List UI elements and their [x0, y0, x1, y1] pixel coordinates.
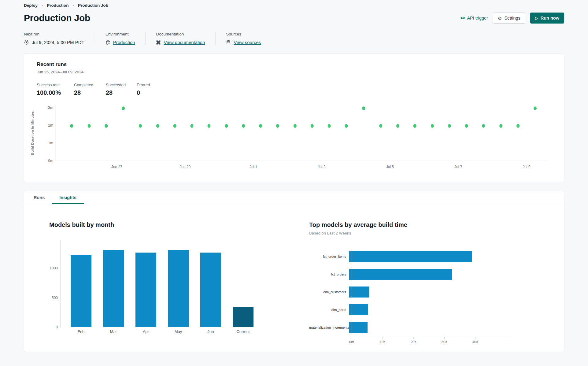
top-models-plot[interactable]: fct_order_itemsfct_ordersdim_customersdi…	[309, 248, 548, 346]
run-data-point[interactable]	[362, 106, 365, 110]
x-tick-mark	[475, 337, 475, 339]
hbar-y-axis-line	[352, 249, 352, 337]
view-documentation-link[interactable]: View documentation	[164, 40, 205, 45]
hbar-row: fct_order_items	[309, 248, 548, 265]
sources-database-icon	[226, 40, 231, 45]
run-data-point[interactable]	[242, 124, 245, 128]
api-trigger-link[interactable]: </> API trigger	[460, 16, 488, 20]
svg-text:Jul 5: Jul 5	[386, 165, 394, 169]
bar-current[interactable]	[233, 307, 253, 327]
breadcrumb-item-deploy[interactable]: Deploy	[24, 3, 38, 8]
tab-insights[interactable]: Insights	[52, 191, 84, 204]
model-label: fct_orders	[309, 272, 349, 276]
stat-errored: Errored 0	[137, 83, 164, 96]
breadcrumb-item-production-job: Production Job	[78, 3, 108, 8]
top-models-title: Top models by average build time	[309, 221, 548, 228]
svg-text:1m: 1m	[48, 141, 53, 145]
tab-runs[interactable]: Runs	[26, 191, 52, 204]
run-data-point[interactable]	[396, 124, 399, 128]
meta-documentation: Documentation View documentation	[145, 32, 215, 45]
run-data-point[interactable]	[122, 106, 125, 110]
run-data-point[interactable]	[70, 124, 73, 128]
run-data-point[interactable]	[413, 124, 416, 128]
run-data-point[interactable]	[225, 124, 228, 128]
bar-slot	[194, 240, 227, 327]
job-detail-card: Runs Insights Models built by month 0500…	[24, 191, 564, 352]
run-data-point[interactable]	[448, 124, 451, 128]
run-data-point[interactable]	[379, 124, 382, 128]
run-data-point[interactable]	[208, 124, 211, 128]
bar-fct_order_items[interactable]	[349, 251, 472, 262]
run-data-point[interactable]	[294, 124, 297, 128]
x-category-label: May	[162, 329, 194, 334]
run-data-point[interactable]	[105, 124, 108, 128]
insights-panel: Models built by month 05001000 FebMarApr…	[24, 204, 564, 346]
x-tick-mark	[383, 337, 383, 339]
run-now-label: Run now	[541, 16, 559, 20]
y-tick-label: 0	[49, 325, 58, 329]
x-axis-labels: FebMarAprMayJunCurrent	[61, 329, 259, 334]
bar-may[interactable]	[168, 250, 189, 327]
x-category-label: Jun	[194, 329, 227, 334]
run-data-point[interactable]	[345, 124, 348, 128]
view-sources-link[interactable]: View sources	[234, 40, 261, 45]
recent-runs-title: Recent runs	[37, 61, 564, 68]
run-data-point[interactable]	[482, 124, 485, 128]
play-icon: ▷	[535, 16, 538, 20]
bar-slot	[162, 240, 194, 327]
hbar-row: materialization_incremental	[309, 319, 548, 336]
x-category-label: Current	[227, 329, 259, 334]
top-models-subtitle: Based on Last 2 Weeks	[309, 231, 548, 235]
run-data-point[interactable]	[499, 124, 502, 128]
run-data-point[interactable]	[516, 124, 520, 128]
hbar-row: dim_customers	[309, 283, 548, 301]
alarm-clock-icon	[24, 40, 29, 45]
stat-label: Success rate	[37, 83, 74, 87]
environment-database-icon	[105, 40, 110, 45]
svg-text:Jul 7: Jul 7	[454, 165, 462, 169]
run-data-point[interactable]	[259, 124, 262, 128]
header-actions: </> API trigger ⚙ Settings ▷ Run now	[460, 13, 564, 24]
bar-apr[interactable]	[135, 253, 156, 327]
bar-slot	[130, 240, 162, 327]
run-data-point[interactable]	[534, 106, 537, 110]
run-data-point[interactable]	[431, 124, 434, 128]
run-data-point[interactable]	[156, 124, 159, 128]
run-data-point[interactable]	[328, 124, 331, 128]
api-trigger-label: API trigger	[467, 16, 488, 20]
environment-link[interactable]: Production	[113, 40, 135, 45]
run-data-point[interactable]	[139, 124, 142, 128]
settings-button[interactable]: ⚙ Settings	[493, 13, 525, 24]
bar-fct_orders[interactable]	[349, 269, 452, 280]
hbar-row: fct_orders	[309, 265, 548, 283]
model-label: materialization_incremental	[309, 326, 349, 329]
run-data-point[interactable]	[276, 124, 279, 128]
run-now-button[interactable]: ▷ Run now	[530, 13, 564, 24]
run-data-point[interactable]	[465, 124, 468, 128]
run-data-point[interactable]	[88, 124, 91, 128]
breadcrumb: Deploy › Production › Production Job	[24, 3, 564, 8]
x-category-label: Mar	[97, 329, 130, 334]
run-data-point[interactable]	[173, 124, 176, 128]
bars	[61, 240, 259, 327]
models-by-month-plot[interactable]: 05001000 FebMarAprMayJunCurrent	[49, 240, 263, 337]
meta-next-run: Next run Jul 9, 2024, 5:00 PM PDT	[24, 32, 95, 45]
chevron-right-icon: ›	[42, 3, 43, 8]
stat-completed: Completed 28	[74, 83, 106, 96]
x-tick-label: 20s	[411, 340, 416, 344]
breadcrumb-item-production[interactable]: Production	[47, 3, 68, 8]
y-tick-label: 1000	[49, 266, 58, 270]
bar-dim_customers[interactable]	[349, 287, 369, 298]
job-meta-row: Next run Jul 9, 2024, 5:00 PM PDT Enviro…	[24, 32, 564, 45]
build-duration-scatter-chart[interactable]: 0m1m2m3mJun 27Jun 29Jul 1Jul 3Jul 5Jul 7…	[29, 102, 549, 175]
svg-text:Jul 1: Jul 1	[250, 165, 257, 169]
models-by-month-title: Models built by month	[49, 221, 309, 228]
bar-jun[interactable]	[200, 253, 221, 327]
bar-feb[interactable]	[71, 255, 91, 327]
run-data-point[interactable]	[311, 124, 314, 128]
run-data-point[interactable]	[190, 124, 194, 128]
x-tick-label: 0m	[349, 340, 354, 344]
page-title: Production Job	[24, 13, 90, 23]
recent-runs-stats: Success rate 100.00% Completed 28 Succee…	[37, 83, 564, 96]
bar-mar[interactable]	[103, 250, 124, 327]
